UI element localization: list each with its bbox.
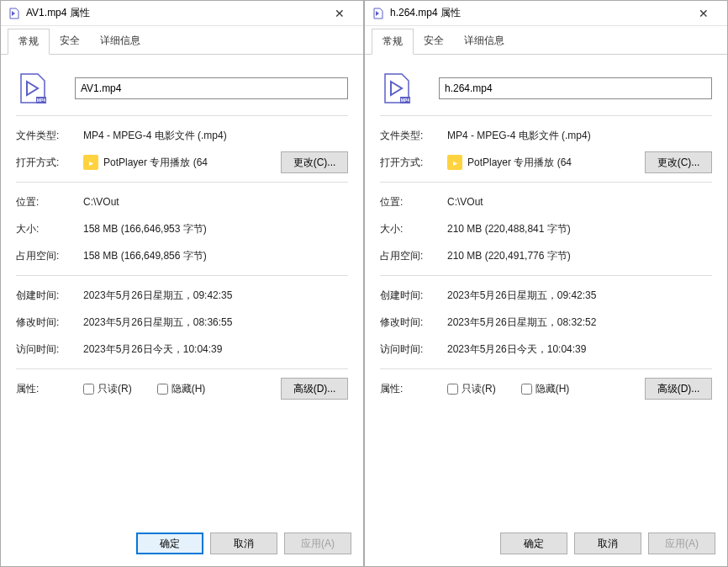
properties-window-2: h.264.mp4 属性 ✕ 常规 安全 详细信息 MP4 文件类型: MP4 …	[364, 0, 728, 567]
label-attributes: 属性:	[16, 382, 83, 396]
separator	[380, 115, 712, 116]
close-button[interactable]: ✕	[687, 7, 720, 20]
value-openwith: PotPlayer 专用播放 (64	[103, 156, 276, 170]
cancel-button[interactable]: 取消	[210, 533, 277, 554]
label-filetype: 文件类型:	[380, 129, 447, 143]
value-sizeondisk: 158 MB (166,649,856 字节)	[83, 249, 348, 263]
tab-details[interactable]: 详细信息	[90, 29, 150, 55]
tab-strip: 常规 安全 详细信息	[1, 26, 363, 55]
readonly-checkbox[interactable]: 只读(R)	[447, 382, 496, 396]
tab-security[interactable]: 安全	[414, 29, 454, 55]
svg-text:MP4: MP4	[401, 98, 410, 103]
tab-general[interactable]: 常规	[8, 29, 50, 55]
ok-button[interactable]: 确定	[136, 533, 203, 554]
dialog-footer: 确定 取消 应用(A)	[365, 523, 727, 566]
window-title: h.264.mp4 属性	[390, 6, 687, 20]
advanced-button[interactable]: 高级(D)...	[645, 378, 712, 400]
general-panel: MP4 文件类型: MP4 - MPEG-4 电影文件 (.mp4) 打开方式:…	[1, 55, 363, 523]
dialog-footer: 确定 取消 应用(A)	[1, 523, 363, 566]
value-accessed: 2023年5月26日今天，10:04:39	[447, 342, 712, 357]
label-modified: 修改时间:	[380, 315, 447, 330]
apply-button[interactable]: 应用(A)	[284, 533, 351, 554]
close-button[interactable]: ✕	[323, 7, 356, 20]
value-accessed: 2023年5月26日今天，10:04:39	[83, 342, 348, 357]
svg-text:MP4: MP4	[37, 98, 46, 103]
value-modified: 2023年5月26日星期五，08:36:55	[83, 315, 348, 330]
value-filetype: MP4 - MPEG-4 电影文件 (.mp4)	[447, 129, 712, 143]
value-modified: 2023年5月26日星期五，08:32:52	[447, 315, 712, 330]
label-location: 位置:	[380, 195, 447, 209]
label-size: 大小:	[16, 222, 83, 236]
file-type-icon	[372, 7, 385, 20]
label-size: 大小:	[380, 222, 447, 236]
properties-window-1: AV1.mp4 属性 ✕ 常规 安全 详细信息 MP4 文件类型: MP4 - …	[0, 0, 364, 567]
value-created: 2023年5月26日星期五，09:42:35	[447, 289, 712, 303]
hidden-checkbox[interactable]: 隐藏(H)	[521, 382, 570, 396]
separator	[16, 275, 348, 276]
window-title: AV1.mp4 属性	[26, 6, 323, 20]
separator	[16, 182, 348, 183]
potplayer-icon	[83, 155, 98, 170]
titlebar[interactable]: h.264.mp4 属性 ✕	[365, 1, 727, 26]
separator	[16, 115, 348, 116]
value-location: C:\VOut	[83, 196, 348, 208]
filename-input[interactable]	[439, 77, 712, 99]
value-location: C:\VOut	[447, 196, 712, 208]
cancel-button[interactable]: 取消	[574, 533, 641, 554]
label-filetype: 文件类型:	[16, 129, 83, 143]
potplayer-icon	[447, 155, 462, 170]
general-panel: MP4 文件类型: MP4 - MPEG-4 电影文件 (.mp4) 打开方式:…	[365, 55, 727, 523]
advanced-button[interactable]: 高级(D)...	[281, 378, 348, 400]
tab-strip: 常规 安全 详细信息	[365, 26, 727, 55]
file-large-icon: MP4	[380, 72, 414, 105]
file-type-icon	[8, 7, 21, 20]
label-accessed: 访问时间:	[16, 342, 83, 357]
separator	[380, 368, 712, 369]
separator	[380, 182, 712, 183]
label-openwith: 打开方式:	[380, 156, 447, 170]
label-modified: 修改时间:	[16, 315, 83, 330]
value-size: 210 MB (220,488,841 字节)	[447, 222, 712, 236]
value-sizeondisk: 210 MB (220,491,776 字节)	[447, 249, 712, 263]
separator	[16, 368, 348, 369]
separator	[380, 275, 712, 276]
value-openwith: PotPlayer 专用播放 (64	[467, 156, 640, 170]
label-created: 创建时间:	[380, 289, 447, 303]
change-button[interactable]: 更改(C)...	[645, 151, 712, 173]
hidden-checkbox[interactable]: 隐藏(H)	[157, 382, 206, 396]
value-size: 158 MB (166,646,953 字节)	[83, 222, 348, 236]
label-accessed: 访问时间:	[380, 342, 447, 357]
tab-general[interactable]: 常规	[372, 29, 414, 55]
label-created: 创建时间:	[16, 289, 83, 303]
filename-input[interactable]	[75, 77, 348, 99]
label-sizeondisk: 占用空间:	[16, 249, 83, 263]
tab-security[interactable]: 安全	[50, 29, 90, 55]
label-location: 位置:	[16, 195, 83, 209]
file-large-icon: MP4	[16, 72, 50, 105]
change-button[interactable]: 更改(C)...	[281, 151, 348, 173]
label-attributes: 属性:	[380, 382, 447, 396]
ok-button[interactable]: 确定	[500, 533, 567, 554]
label-sizeondisk: 占用空间:	[380, 249, 447, 263]
tab-details[interactable]: 详细信息	[454, 29, 514, 55]
titlebar[interactable]: AV1.mp4 属性 ✕	[1, 1, 363, 26]
value-created: 2023年5月26日星期五，09:42:35	[83, 289, 348, 303]
readonly-checkbox[interactable]: 只读(R)	[83, 382, 132, 396]
apply-button[interactable]: 应用(A)	[648, 533, 715, 554]
value-filetype: MP4 - MPEG-4 电影文件 (.mp4)	[83, 129, 348, 143]
label-openwith: 打开方式:	[16, 156, 83, 170]
